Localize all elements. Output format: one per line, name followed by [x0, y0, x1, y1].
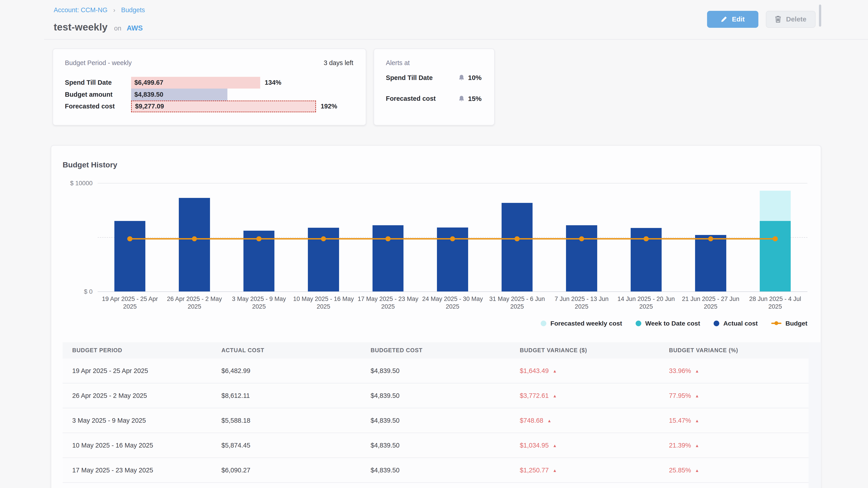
bar-actual-cost[interactable]	[695, 235, 726, 291]
alerts-card: Alerts at Spend Till Date 10% Forecasted…	[374, 48, 495, 125]
budget-period-row-label: Budget amount	[65, 91, 131, 98]
budget-period-row-pct: 192%	[320, 103, 337, 110]
alert-row-forecast: Forecasted cost 15%	[386, 95, 482, 103]
table-row[interactable]: 19 Apr 2025 - 25 Apr 2025$6,482.99$4,839…	[63, 359, 809, 383]
x-axis-label: 7 Jun 2025 - 13 Jun 2025	[549, 295, 614, 311]
legend-item[interactable]: Budget	[771, 320, 807, 327]
cell-budget-variance-pct: 25.85%▲	[659, 466, 809, 474]
table-row[interactable]: 17 May 2025 - 23 May 2025$6,090.27$4,839…	[63, 458, 809, 483]
legend-label: Budget	[785, 320, 807, 327]
budget-period-row-bar: $4,839.50	[131, 89, 228, 101]
cell-actual-cost: $5,588.18	[212, 417, 361, 424]
legend-dot-marker	[541, 321, 546, 326]
table-header-cell: BUDGET VARIANCE ($)	[510, 347, 659, 354]
table-header-cell: BUDGET PERIOD	[63, 347, 212, 354]
cell-budget-variance-pct: 21.39%▲	[659, 442, 809, 449]
table-row[interactable]: 3 May 2025 - 9 May 2025$5,588.18$4,839.5…	[63, 408, 809, 433]
breadcrumb-budgets-link[interactable]: Budgets	[121, 6, 145, 13]
chart-legend: Forecasted weekly costWeek to Date costA…	[98, 320, 807, 327]
cell-budget-period: 3 May 2025 - 9 May 2025	[63, 417, 212, 424]
x-axis-label: 24 May 2025 - 30 May 2025	[421, 295, 485, 311]
trash-icon	[775, 15, 781, 23]
legend-item[interactable]: Forecasted weekly cost	[541, 320, 622, 327]
bar-actual-cost[interactable]	[566, 225, 597, 291]
variance-up-icon: ▲	[553, 393, 557, 398]
bell-icon	[458, 95, 465, 102]
legend-item[interactable]: Week to Date cost	[636, 320, 700, 327]
cell-budgeted-cost: $4,839.50	[361, 367, 510, 375]
x-axis-label: 31 May 2025 - 6 Jun 2025	[485, 295, 549, 311]
legend-item[interactable]: Actual cost	[714, 320, 758, 327]
budget-period-row-value: $4,839.50	[134, 91, 163, 98]
x-axis-label: 26 Apr 2025 - 2 May 2025	[162, 295, 227, 311]
alert-threshold: 15%	[468, 95, 482, 103]
budget-history-table: BUDGET PERIODACTUAL COSTBUDGETED COSTBUD…	[63, 342, 809, 483]
alert-label: Forecasted cost	[386, 95, 436, 102]
y-axis-tick-top: $ 10000	[56, 180, 93, 187]
cell-actual-cost: $8,612.11	[212, 392, 361, 399]
variance-up-icon: ▲	[553, 468, 557, 473]
cell-actual-cost: $6,482.99	[212, 367, 361, 375]
budget-period-row-bar: $6,499.67	[131, 77, 260, 89]
breadcrumb-account-link[interactable]: Account: CCM-NG	[54, 6, 107, 13]
alert-threshold: 10%	[468, 74, 482, 82]
variance-up-icon: ▲	[695, 368, 700, 373]
budget-period-row-label: Forecasted cost	[65, 103, 131, 110]
table-header-cell: BUDGETED COST	[361, 347, 510, 354]
table-header-cell: ACTUAL COST	[212, 347, 361, 354]
legend-dot-marker	[714, 321, 719, 326]
cell-budget-period: 26 Apr 2025 - 2 May 2025	[63, 392, 212, 399]
cell-budgeted-cost: $4,839.50	[361, 442, 510, 449]
budget-period-row-label: Spend Till Date	[65, 79, 131, 86]
budget-line-point[interactable]	[644, 236, 649, 241]
budget-history-title: Budget History	[63, 160, 117, 169]
cell-budgeted-cost: $4,839.50	[361, 417, 510, 424]
bar-actual-cost[interactable]	[373, 225, 404, 291]
bar-actual-cost[interactable]	[502, 203, 533, 291]
days-left-label: 3 days left	[324, 59, 353, 67]
budget-line-point[interactable]	[773, 236, 778, 241]
breadcrumb: Account: CCM-NG › Budgets	[54, 6, 145, 14]
budget-period-row-pct: 134%	[265, 79, 281, 86]
page-scrollbar-thumb[interactable]	[819, 4, 821, 27]
alerts-card-title: Alerts at	[386, 59, 410, 67]
budget-history-plot	[98, 183, 807, 291]
budget-history-card: Budget History $ 10000 $ 0 19 Apr 2025 -…	[51, 145, 821, 488]
bar-actual-cost[interactable]	[114, 221, 146, 291]
x-axis-label: 14 Jun 2025 - 20 Jun 2025	[614, 295, 678, 311]
bar-week-to-date-cost[interactable]	[760, 221, 791, 291]
budget-line-point[interactable]	[515, 236, 520, 241]
budget-detail-page: Account: CCM-NG › Budgets test-weekly on…	[0, 0, 868, 488]
x-axis-label: 17 May 2025 - 23 May 2025	[356, 295, 420, 311]
x-axis-labels: 19 Apr 2025 - 25 Apr 202526 Apr 2025 - 2…	[98, 295, 807, 313]
x-axis-label: 3 May 2025 - 9 May 2025	[227, 295, 291, 311]
title-connector: on	[114, 25, 121, 32]
alert-label: Spend Till Date	[386, 74, 433, 82]
cell-budget-variance-pct: 15.47%▲	[659, 417, 809, 424]
cell-budget-variance-usd: $1,250.77▲	[510, 466, 659, 474]
budget-period-row: Spend Till Date$6,499.67134%	[65, 77, 360, 89]
budget-period-card: Budget Period - weekly 3 days left Spend…	[53, 48, 366, 125]
page-title: test-weekly	[54, 22, 108, 33]
edit-button[interactable]: Edit	[707, 11, 758, 28]
bar-actual-cost[interactable]	[179, 198, 210, 291]
legend-label: Actual cost	[723, 320, 758, 327]
table-row[interactable]: 10 May 2025 - 16 May 2025$5,874.45$4,839…	[63, 433, 809, 458]
y-axis-tick-bottom: $ 0	[56, 288, 93, 295]
variance-up-icon: ▲	[695, 443, 700, 448]
budget-line-point[interactable]	[385, 236, 391, 241]
x-axis-label: 10 May 2025 - 16 May 2025	[291, 295, 356, 311]
budget-period-row: Forecasted cost$9,277.09192%	[65, 101, 360, 112]
variance-up-icon: ▲	[695, 468, 700, 473]
budget-period-row-value: $6,499.67	[134, 79, 163, 86]
pencil-icon	[721, 16, 727, 23]
cell-budget-period: 17 May 2025 - 23 May 2025	[63, 466, 212, 474]
table-row[interactable]: 26 Apr 2025 - 2 May 2025$8,612.11$4,839.…	[63, 383, 809, 408]
bell-icon	[458, 74, 465, 81]
delete-button[interactable]: Delete	[766, 11, 815, 28]
legend-label: Forecasted weekly cost	[550, 320, 622, 327]
chart-gridline	[98, 183, 807, 184]
legend-line-marker	[771, 323, 781, 324]
platform-label: AWS	[127, 24, 143, 32]
table-scrollbar-track[interactable]	[809, 342, 821, 488]
